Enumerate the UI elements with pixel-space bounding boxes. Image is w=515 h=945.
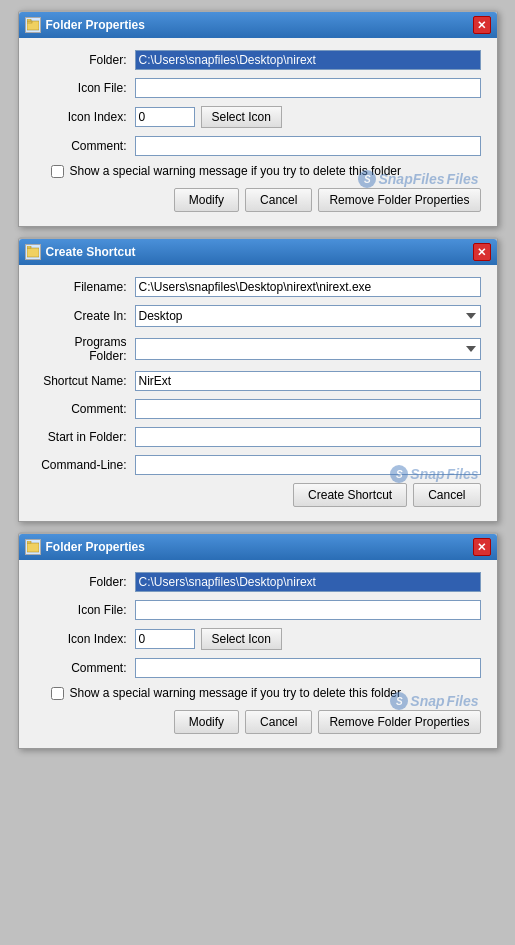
window-body-1: Folder: Icon File: Icon Index: Select Ic… — [19, 38, 497, 226]
programs-folder-select[interactable] — [135, 338, 481, 360]
svg-rect-2 — [27, 19, 31, 21]
icon-file-input-1[interactable] — [135, 78, 481, 98]
comment-label-3: Comment: — [35, 661, 135, 675]
create-in-row: Create In: Desktop — [35, 305, 481, 327]
watermark-2: S SnapFiles — [390, 465, 478, 483]
icon-index-input-3[interactable] — [135, 629, 195, 649]
comment-row-3: Comment: — [35, 658, 481, 678]
checkbox-label-3: Show a special warning message if you tr… — [70, 686, 402, 700]
icon-index-controls-1: Select Icon — [135, 106, 282, 128]
svg-rect-3 — [27, 248, 39, 257]
title-bar-left-1: Folder Properties — [25, 17, 145, 33]
title-bar-3: Folder Properties ✕ — [19, 534, 497, 560]
window-title-3: Folder Properties — [46, 540, 145, 554]
comment-label-2: Comment: — [35, 402, 135, 416]
comment-input-3[interactable] — [135, 658, 481, 678]
icon-file-row-1: Icon File: — [35, 78, 481, 98]
icon-file-input-3[interactable] — [135, 600, 481, 620]
close-button-1[interactable]: ✕ — [473, 16, 491, 34]
watermark-1: S SnapFilesFiles — [358, 170, 478, 188]
comment-row-2: Comment: — [35, 399, 481, 419]
folder-input-1[interactable] — [135, 50, 481, 70]
cancel-button-1[interactable]: Cancel — [245, 188, 312, 212]
icon-index-input-1[interactable] — [135, 107, 195, 127]
start-in-label: Start in Folder: — [35, 430, 135, 444]
window-icon-1 — [25, 17, 41, 33]
select-icon-button-1[interactable]: Select Icon — [201, 106, 282, 128]
shortcut-name-input[interactable] — [135, 371, 481, 391]
window-icon-3 — [25, 539, 41, 555]
folder-properties-window-2: Folder Properties ✕ Folder: Icon File: I… — [18, 532, 498, 749]
svg-rect-6 — [27, 541, 31, 543]
snapfiles-logo-3: S — [390, 692, 408, 710]
remove-button-1[interactable]: Remove Folder Properties — [318, 188, 480, 212]
title-bar-2: Create Shortcut ✕ — [19, 239, 497, 265]
close-button-2[interactable]: ✕ — [473, 243, 491, 261]
checkbox-label-1: Show a special warning message if you tr… — [70, 164, 402, 178]
folder-row-1: Folder: — [35, 50, 481, 70]
select-icon-button-3[interactable]: Select Icon — [201, 628, 282, 650]
icon-file-row-3: Icon File: — [35, 600, 481, 620]
button-row-3: Modify Cancel Remove Folder Properties — [35, 710, 481, 734]
shortcut-name-label: Shortcut Name: — [35, 374, 135, 388]
window-title-2: Create Shortcut — [46, 245, 136, 259]
programs-folder-label: Programs Folder: — [35, 335, 135, 363]
create-shortcut-button[interactable]: Create Shortcut — [293, 483, 407, 507]
filename-row: Filename: — [35, 277, 481, 297]
button-row-2: Create Shortcut Cancel — [35, 483, 481, 507]
icon-index-row-3: Icon Index: Select Icon — [35, 628, 481, 650]
create-in-select[interactable]: Desktop — [135, 305, 481, 327]
comment-input-1[interactable] — [135, 136, 481, 156]
snapfiles-logo-1: S — [358, 170, 376, 188]
close-button-3[interactable]: ✕ — [473, 538, 491, 556]
window-body-3: Folder: Icon File: Icon Index: Select Ic… — [19, 560, 497, 748]
title-bar-left-2: Create Shortcut — [25, 244, 136, 260]
folder-input-3[interactable] — [135, 572, 481, 592]
command-line-label: Command-Line: — [35, 458, 135, 472]
icon-index-label-1: Icon Index: — [35, 110, 135, 124]
shortcut-name-row: Shortcut Name: — [35, 371, 481, 391]
folder-properties-window-1: Folder Properties ✕ Folder: Icon File: I… — [18, 10, 498, 227]
modify-button-3[interactable]: Modify — [174, 710, 239, 734]
programs-folder-row: Programs Folder: — [35, 335, 481, 363]
svg-rect-4 — [27, 246, 31, 248]
window-icon-2 — [25, 244, 41, 260]
remove-button-3[interactable]: Remove Folder Properties — [318, 710, 480, 734]
title-bar-1: Folder Properties ✕ — [19, 12, 497, 38]
icon-index-controls-3: Select Icon — [135, 628, 282, 650]
folder-label-1: Folder: — [35, 53, 135, 67]
comment-label-1: Comment: — [35, 139, 135, 153]
comment-row-1: Comment: — [35, 136, 481, 156]
window-body-2: Filename: Create In: Desktop Programs Fo… — [19, 265, 497, 521]
button-row-1: Modify Cancel Remove Folder Properties — [35, 188, 481, 212]
icon-index-label-3: Icon Index: — [35, 632, 135, 646]
modify-button-1[interactable]: Modify — [174, 188, 239, 212]
title-bar-left-3: Folder Properties — [25, 539, 145, 555]
icon-file-label-1: Icon File: — [35, 81, 135, 95]
filename-label: Filename: — [35, 280, 135, 294]
snapfiles-logo-2: S — [390, 465, 408, 483]
start-in-row: Start in Folder: — [35, 427, 481, 447]
icon-file-label-3: Icon File: — [35, 603, 135, 617]
create-shortcut-window: Create Shortcut ✕ Filename: Create In: D… — [18, 237, 498, 522]
comment-input-2[interactable] — [135, 399, 481, 419]
start-in-input[interactable] — [135, 427, 481, 447]
svg-rect-5 — [27, 543, 39, 552]
folder-label-3: Folder: — [35, 575, 135, 589]
folder-row-3: Folder: — [35, 572, 481, 592]
cancel-button-2[interactable]: Cancel — [413, 483, 480, 507]
warning-checkbox-3[interactable] — [51, 687, 64, 700]
create-in-label: Create In: — [35, 309, 135, 323]
watermark-3: S SnapFiles — [390, 692, 478, 710]
cancel-button-3[interactable]: Cancel — [245, 710, 312, 734]
filename-input[interactable] — [135, 277, 481, 297]
warning-checkbox-1[interactable] — [51, 165, 64, 178]
svg-rect-1 — [27, 21, 32, 23]
icon-index-row-1: Icon Index: Select Icon — [35, 106, 481, 128]
window-title-1: Folder Properties — [46, 18, 145, 32]
